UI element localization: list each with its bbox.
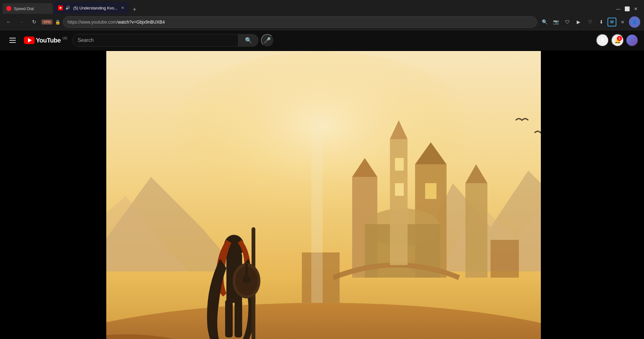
video-section: ⬇ Play on TV ⏸ xyxy=(0,50,644,339)
youtube-tab-icon xyxy=(58,5,63,10)
youtube-app: YouTube UG Search 🔍 🎤 ⬆ 🔔 xyxy=(0,30,644,339)
search-placeholder: Search xyxy=(78,37,94,43)
minimize-button[interactable]: — xyxy=(615,6,621,12)
youtube-logo-icon xyxy=(24,37,35,44)
browser-frame: Speed Dial 🔊 (5) Understanding Kvo... ✕ … xyxy=(0,0,644,339)
search-container: Search 🔍 🎤 xyxy=(72,34,274,47)
address-highlight: watch?v=Gbjx9nBUXB4 xyxy=(118,20,165,25)
nav-bar: ← → ↻ VPN 🔒 https://www.youtube.com/watc… xyxy=(0,14,644,30)
browser-search-button[interactable]: 🔍 xyxy=(540,17,550,27)
heart-button[interactable]: ♡ xyxy=(585,17,595,27)
youtube-logo[interactable]: YouTube UG xyxy=(24,37,67,44)
maximize-button[interactable]: ⬜ xyxy=(624,6,630,12)
window-controls: — ⬜ ✕ xyxy=(615,6,641,14)
tab-speed-dial[interactable]: Speed Dial xyxy=(3,3,53,14)
menu-button[interactable] xyxy=(6,34,19,47)
lock-icon: 🔒 xyxy=(55,20,60,25)
reload-button[interactable]: ↻ xyxy=(29,17,39,27)
search-bar[interactable]: Search xyxy=(72,34,238,47)
address-bar[interactable]: https://www.youtube.com/watch?v=Gbjx9nBU… xyxy=(63,16,537,28)
voice-search-button[interactable]: 🎤 xyxy=(261,34,274,47)
hamburger-line-1 xyxy=(9,38,16,38)
youtube-country-code: UG xyxy=(63,37,67,40)
hamburger-line-2 xyxy=(9,40,16,41)
shield-button[interactable]: 🛡 xyxy=(562,17,572,27)
forward-button[interactable]: → xyxy=(16,17,26,27)
upload-button[interactable]: ⬆ xyxy=(596,34,609,47)
video-wrapper[interactable]: ⬇ Play on TV ⏸ xyxy=(0,50,644,339)
new-tab-button[interactable]: + xyxy=(130,5,139,14)
avatar[interactable] xyxy=(626,35,638,46)
flow-button[interactable]: ▶ xyxy=(574,17,584,27)
youtube-logo-text: YouTube xyxy=(36,37,61,44)
address-text: https://www.youtube.com/watch?v=Gbjx9nBU… xyxy=(68,20,532,25)
extensions-button[interactable]: ≡ xyxy=(618,17,628,27)
right-letterbox xyxy=(541,50,644,339)
tab-speed-dial-label: Speed Dial xyxy=(14,6,34,11)
header-actions: ⬆ 🔔 5 xyxy=(596,34,638,47)
search-submit-button[interactable]: 🔍 xyxy=(238,34,258,47)
download-button[interactable]: ⬇ xyxy=(596,17,606,27)
sound-icon: 🔊 xyxy=(65,6,70,10)
vpn-badge[interactable]: VPN xyxy=(42,20,53,25)
notifications-badge: 5 xyxy=(617,36,622,41)
search-icon: 🔍 xyxy=(245,37,252,44)
hamburger-line-3 xyxy=(9,42,16,43)
profile-browser-button[interactable]: 👤 xyxy=(629,16,640,28)
nav-actions: 🔍 📷 🛡 ▶ ♡ ⬇ W ≡ 👤 xyxy=(540,16,640,28)
notifications-button[interactable]: 🔔 5 xyxy=(611,34,624,47)
back-button[interactable]: ← xyxy=(4,17,14,27)
wallet-button[interactable]: W xyxy=(608,18,616,26)
left-letterbox xyxy=(0,50,106,339)
screenshot-button[interactable]: 📷 xyxy=(551,17,561,27)
mic-icon: 🎤 xyxy=(264,37,271,44)
tab-youtube-label: (5) Understanding Kvo... xyxy=(73,6,118,10)
tab-bar: Speed Dial 🔊 (5) Understanding Kvo... ✕ … xyxy=(0,0,644,14)
close-button[interactable]: ✕ xyxy=(633,6,639,12)
opera-icon xyxy=(6,6,11,11)
tab-close-button[interactable]: ✕ xyxy=(120,5,125,10)
upload-icon: ⬆ xyxy=(600,37,605,44)
youtube-header: YouTube UG Search 🔍 🎤 ⬆ 🔔 xyxy=(0,30,644,50)
tab-youtube[interactable]: 🔊 (5) Understanding Kvo... ✕ xyxy=(54,2,129,14)
